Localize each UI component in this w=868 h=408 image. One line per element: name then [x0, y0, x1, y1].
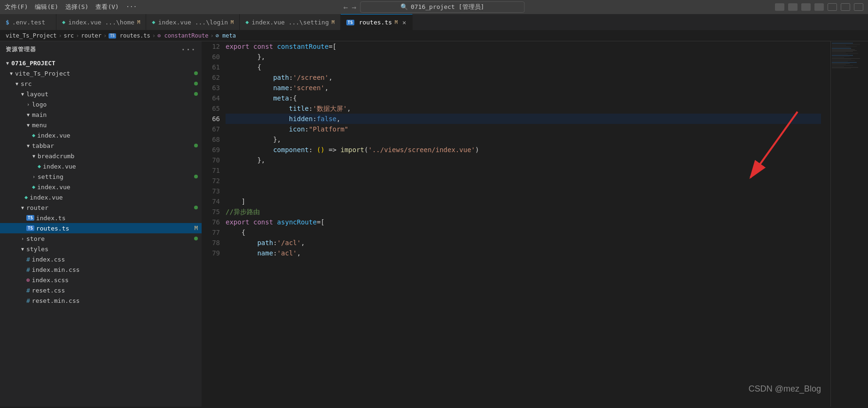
- minimize-btn[interactable]: [828, 3, 837, 11]
- ln-72: 72: [202, 176, 220, 186]
- breadcrumb-part-2[interactable]: router: [81, 32, 102, 39]
- reset-css-label: reset.css: [32, 287, 65, 294]
- tab-routes-label: routes.ts: [359, 19, 392, 26]
- main-arrow: ▼: [24, 112, 32, 117]
- tab-setting[interactable]: ◆ index.vue ...\setting M: [240, 14, 341, 30]
- code-line-74: ]: [226, 196, 821, 207]
- sidebar-item-tabbar[interactable]: ▼ tabbar: [0, 140, 202, 151]
- code-line-78: path:'/acl',: [226, 238, 821, 248]
- breadcrumb-sep-1: ›: [76, 32, 79, 39]
- tab-home[interactable]: ◆ index.vue ...\home M: [56, 14, 146, 30]
- tab-env[interactable]: $ .env.test: [0, 14, 56, 30]
- breadcrumb-part-4[interactable]: ⊙ constantRoute: [157, 32, 208, 39]
- breadcrumb-part-0[interactable]: vite_Ts_Project: [6, 32, 56, 39]
- menu-view[interactable]: 查看(V): [95, 3, 118, 11]
- logo-label: logo: [32, 101, 47, 108]
- sidebar-item-store[interactable]: › store: [0, 233, 202, 244]
- title-center: ← → 🔍0716_project [管理员]: [344, 1, 524, 13]
- sidebar-item-setting[interactable]: › setting: [0, 171, 202, 182]
- layout-btn-4[interactable]: [814, 3, 824, 11]
- sidebar-item-menu-index[interactable]: ◆ index.vue: [0, 130, 202, 140]
- window-controls[interactable]: [775, 3, 863, 11]
- code-line-60: },: [226, 52, 821, 62]
- main-layout: 资源管理器 ··· ▼ 0716_PROJECT ▼ vite_Ts_Proje…: [0, 41, 868, 407]
- tab-routes[interactable]: TS routes.ts M ×: [341, 14, 413, 30]
- store-arrow: ›: [19, 236, 26, 241]
- sidebar-item-index-css[interactable]: # index.css: [0, 254, 202, 264]
- index-ts-label: index.ts: [36, 215, 66, 222]
- layout-arrow: ▼: [19, 92, 26, 97]
- menu-bar[interactable]: 文件(F) 编辑(E) 选择(S) 查看(V) ···: [5, 3, 137, 11]
- nav-back[interactable]: ←: [344, 3, 348, 12]
- breadcrumb-part-1[interactable]: src: [64, 32, 74, 39]
- tab-login-modified: M: [231, 20, 234, 25]
- store-label: store: [26, 235, 45, 242]
- code-line-62: path:'/screen',: [226, 72, 821, 83]
- sidebar-item-index-min-css[interactable]: # index.min.css: [0, 264, 202, 275]
- menu-select[interactable]: 选择(S): [65, 3, 88, 11]
- logo-arrow: ›: [24, 102, 32, 107]
- breadcrumb-part-5[interactable]: ⊘ meta: [216, 32, 236, 39]
- minimap: [830, 41, 868, 407]
- ts-file-icon-2: TS: [26, 225, 34, 231]
- ln-63: 63: [202, 83, 220, 93]
- ln-70: 70: [202, 155, 220, 165]
- layout-btn-2[interactable]: [788, 3, 798, 11]
- ln-12: 12: [202, 41, 220, 52]
- vue-icon-3: ◆: [245, 19, 249, 25]
- kw-const: const: [253, 41, 277, 52]
- sidebar-item-reset-min-css[interactable]: # reset.min.css: [0, 295, 202, 306]
- sidebar-item-main[interactable]: ▼ main: [0, 109, 202, 120]
- ln-69: 69: [202, 145, 220, 155]
- sidebar-item-vite-project[interactable]: ▼ vite_Ts_Project: [0, 68, 202, 78]
- sidebar-item-layout-index[interactable]: ◆ index.vue: [0, 192, 202, 202]
- code-line-76: export const asyncRoute=[: [226, 217, 821, 227]
- sidebar-item-index-ts[interactable]: TS index.ts: [0, 213, 202, 223]
- search-box[interactable]: 🔍0716_project [管理员]: [360, 1, 524, 13]
- sidebar-item-breadcrumb-index[interactable]: ◆ index.vue: [0, 161, 202, 171]
- sidebar-item-layout[interactable]: ▼ layout: [0, 89, 202, 99]
- ln-65: 65: [202, 103, 220, 114]
- sidebar-more-btn[interactable]: ···: [181, 45, 196, 54]
- breadcrumb-index-label: index.vue: [43, 163, 76, 170]
- breadcrumb-folder-label: breadcrumb: [38, 153, 74, 160]
- sidebar-item-reset-css[interactable]: # reset.css: [0, 285, 202, 295]
- ln-74: 74: [202, 196, 220, 207]
- tabbar-index-label: index.vue: [37, 184, 70, 191]
- tab-login-label: index.vue ...\login: [158, 19, 228, 26]
- maximize-btn[interactable]: [841, 3, 850, 11]
- sidebar-item-logo[interactable]: › logo: [0, 99, 202, 109]
- menu-file[interactable]: 文件(F): [5, 3, 28, 11]
- sidebar-item-routes-ts[interactable]: TS routes.ts M: [0, 223, 202, 233]
- tab-routes-close[interactable]: ×: [402, 19, 406, 26]
- sidebar-item-src[interactable]: ▼ src: [0, 78, 202, 89]
- sidebar-item-styles[interactable]: ▼ styles: [0, 244, 202, 254]
- code-line-70: },: [226, 155, 821, 165]
- sidebar-item-breadcrumb[interactable]: ▼ breadcrumb: [0, 151, 202, 161]
- tree-root[interactable]: ▼ 0716_PROJECT: [0, 58, 202, 68]
- layout-index-label: index.vue: [30, 194, 63, 201]
- tab-env-label: .env.test: [12, 19, 45, 26]
- breadcrumb: vite_Ts_Project › src › router › TS rout…: [0, 31, 868, 41]
- breadcrumb-sep-4: ›: [210, 32, 213, 39]
- dollar-icon: $: [6, 19, 9, 26]
- menu-edit[interactable]: 编辑(E): [35, 3, 58, 11]
- ln-68: 68: [202, 134, 220, 145]
- layout-btn-1[interactable]: [775, 3, 784, 11]
- breadcrumb-part-3[interactable]: routes.ts: [120, 32, 150, 39]
- close-btn[interactable]: [854, 3, 863, 11]
- code-line-12: export const constantRoute=[: [226, 41, 821, 52]
- layout-btn-3[interactable]: [801, 3, 811, 11]
- sidebar-item-index-scss[interactable]: ⊛ index.scss: [0, 275, 202, 285]
- sidebar-item-router[interactable]: ▼ router: [0, 202, 202, 213]
- menu-more[interactable]: ···: [126, 3, 137, 11]
- tab-login[interactable]: ◆ index.vue ...\login M: [146, 14, 240, 30]
- vite-project-dot: [194, 71, 198, 75]
- tab-routes-modified: M: [395, 20, 398, 25]
- breadcrumb-sep-3: ›: [152, 32, 156, 39]
- styles-arrow: ▼: [19, 246, 26, 252]
- nav-forward[interactable]: →: [352, 3, 357, 12]
- sidebar-item-menu[interactable]: ▼ menu: [0, 120, 202, 130]
- editor[interactable]: 12 60 61 62 63 64 65 66 67 68 69 70 71 7…: [202, 41, 830, 407]
- sidebar-item-tabbar-index[interactable]: ◆ index.vue: [0, 182, 202, 192]
